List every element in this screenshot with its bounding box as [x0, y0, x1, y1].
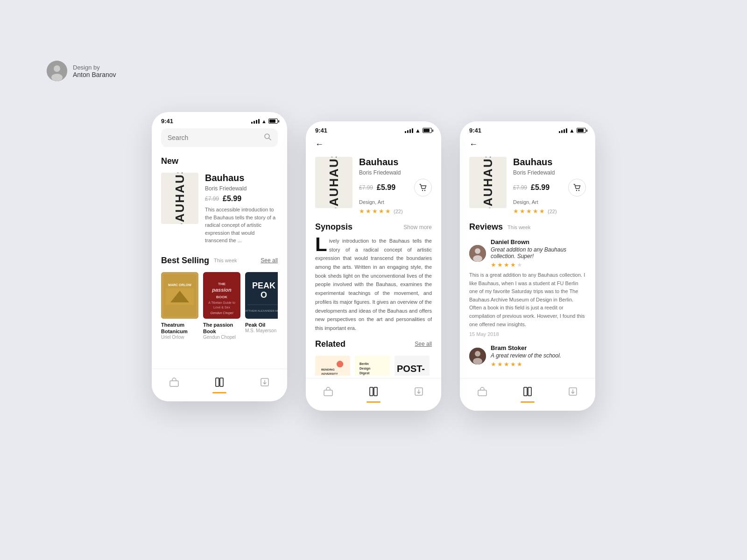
book-price-2: £7.99 £5.99 — [359, 179, 432, 196]
designer-avatar — [47, 61, 67, 81]
svg-text:MATTHEW ALEXANDER-MATAS: MATTHEW ALEXANDER-MATAS — [245, 309, 278, 312]
designer-info: Design by Anton Baranov — [73, 64, 116, 78]
signal-bar-1 — [251, 122, 253, 124]
nav-books-3[interactable] — [505, 386, 550, 403]
svg-rect-22 — [170, 381, 178, 386]
search-bar[interactable] — [161, 128, 278, 147]
bauhaus-cover-2: BAUHAUS — [315, 157, 352, 208]
reviewer-avatar-1 — [469, 245, 486, 262]
nav-box-icon-2 — [323, 386, 333, 399]
battery-icon-3 — [577, 128, 586, 133]
back-button-2[interactable]: ← — [315, 138, 432, 151]
battery-icon-1 — [268, 119, 278, 124]
book-card-peak: PEAK O MATTHEW ALEXANDER-MATAS Peak Oil … — [245, 272, 278, 340]
nav-download-3[interactable] — [550, 386, 595, 403]
book-card-passion: THE passion BOOK A Tibetan Guide to Love… — [203, 272, 240, 340]
svg-point-55 — [475, 351, 480, 357]
designer-credit: Design by Anton Baranov — [47, 61, 116, 81]
svg-rect-24 — [220, 378, 223, 386]
status-icons-1: ▲ — [251, 119, 278, 124]
svg-text:Design: Design — [359, 367, 370, 371]
nav-books-1[interactable] — [197, 377, 242, 393]
review-item-1: Daniel Brown Great addition to any Bauha… — [469, 238, 586, 337]
nav-active-bar-1 — [212, 392, 226, 393]
book-author-3: Boris Friedewald — [513, 169, 586, 176]
price-curr-3: £5.99 — [531, 183, 550, 192]
svg-text:MO-: MO- — [397, 374, 415, 376]
reviewer-avatar-2 — [469, 348, 486, 364]
nav-home-1[interactable] — [152, 377, 197, 393]
related-book-postmodern: POST- MO- DERN — [395, 356, 430, 376]
svg-text:POST-: POST- — [397, 364, 425, 374]
bestselling-header: Best Selling This week See all — [161, 256, 278, 266]
wifi-icon-2: ▲ — [415, 127, 421, 134]
bauhaus-text-3: BAUHAUS — [481, 157, 495, 208]
book-title-peak: Peak Oil — [245, 322, 278, 328]
book-header-3: BAUHAUS Bauhaus Boris Friedewald £7.99 £… — [469, 157, 586, 215]
book-author-peak: M.S. Mayerson — [245, 328, 278, 333]
review-item-2: Bram Stoker A great review of the school… — [469, 344, 586, 368]
bottom-nav-3 — [460, 378, 595, 411]
svg-point-49 — [576, 190, 577, 191]
featured-book-title: Bauhaus — [205, 173, 278, 183]
svg-rect-57 — [478, 390, 486, 396]
svg-point-27 — [424, 190, 425, 191]
bauhaus-cover-3: BAUHAUS — [469, 157, 507, 208]
svg-point-2 — [51, 74, 63, 81]
reviews-title: Reviews — [469, 222, 503, 232]
status-time-2: 9:41 — [315, 127, 327, 134]
synopsis-title: Synopsis — [315, 222, 352, 232]
wifi-icon-1: ▲ — [261, 119, 267, 124]
show-more-link[interactable]: Show more — [403, 224, 432, 231]
review-header-1: Daniel Brown Great addition to any Bauha… — [469, 238, 586, 268]
bauhaus-title-text: BAUHAUS — [173, 173, 187, 224]
nav-active-bar-3 — [521, 401, 535, 403]
svg-text:THE: THE — [218, 282, 226, 286]
svg-text:Digest: Digest — [359, 371, 370, 375]
nav-download-1[interactable] — [242, 377, 287, 393]
svg-point-53 — [473, 255, 482, 262]
wifi-icon-3: ▲ — [569, 127, 575, 134]
related-see-all[interactable]: See all — [415, 341, 432, 347]
related-book-berlin: Berlin Design Digest — [355, 356, 390, 376]
book-genre-2: Design, Art — [359, 199, 432, 205]
phones-container: 9:41 ▲ — [152, 112, 595, 411]
related-title: Related — [315, 339, 345, 349]
search-input[interactable] — [168, 134, 260, 141]
svg-text:BOOK: BOOK — [216, 295, 227, 299]
see-all-link[interactable]: See all — [261, 257, 278, 264]
svg-point-56 — [473, 358, 482, 364]
bauhaus-text-2: BAUHAUS — [327, 157, 341, 208]
book-cover-theatrum: MARC ORLOW — [161, 272, 198, 319]
svg-text:A Tibetan Guide to: A Tibetan Guide to — [208, 301, 235, 304]
cart-button-2[interactable] — [414, 179, 432, 196]
book-meta-2: Bauhaus Boris Friedewald £7.99 £5.99 — [359, 157, 432, 215]
svg-point-50 — [578, 190, 579, 191]
svg-point-29 — [337, 361, 343, 367]
nav-download-2[interactable] — [396, 386, 441, 403]
review-header-2: Bram Stoker A great review of the school… — [469, 344, 586, 368]
new-section-header: New — [161, 156, 278, 166]
nav-book-icon-2 — [368, 386, 379, 399]
nav-home-3[interactable] — [460, 386, 505, 403]
battery-icon-2 — [423, 128, 432, 133]
cart-button-3[interactable] — [568, 179, 586, 196]
nav-home-2[interactable] — [306, 386, 351, 403]
svg-rect-45 — [324, 390, 332, 396]
svg-text:PEAK: PEAK — [252, 281, 275, 290]
review-stars-2: ★ ★ ★ ★ ★ — [491, 361, 561, 368]
phone2-content: ← BAUHAUS Bauhaus Boris Friedewald £7.99… — [306, 138, 441, 376]
svg-text:O: O — [261, 290, 267, 300]
reviews-period: This week — [507, 224, 531, 230]
review-short-2: A great review of the school. — [491, 352, 561, 359]
back-button-3[interactable]: ← — [469, 138, 586, 151]
phone-home: 9:41 ▲ — [152, 112, 287, 401]
search-icon — [264, 133, 271, 142]
price-curr-2: £5.99 — [377, 183, 395, 192]
review-date-1: 15 May 2018 — [469, 331, 586, 337]
nav-box-icon-1 — [169, 377, 179, 390]
nav-books-2[interactable] — [351, 386, 396, 403]
status-icons-3: ▲ — [559, 127, 586, 134]
nav-book-icon-1 — [214, 377, 225, 390]
book-title-theatrum: Theatrum Botanicum — [161, 322, 198, 335]
